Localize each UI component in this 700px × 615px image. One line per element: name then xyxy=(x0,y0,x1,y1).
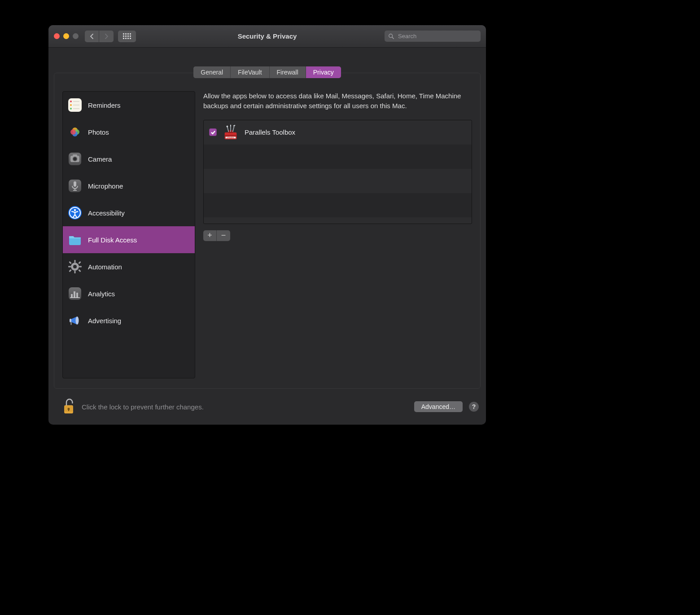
chevron-left-icon xyxy=(90,34,94,39)
add-app-button[interactable]: + xyxy=(203,230,217,241)
minimize-button[interactable] xyxy=(63,33,69,39)
content-panel: Reminders Photos Camera Microphone Acces… xyxy=(54,73,481,389)
app-row-empty xyxy=(204,217,472,224)
show-all-button[interactable] xyxy=(118,31,136,42)
lock-icon xyxy=(61,398,76,416)
sidebar-item-analytics[interactable]: Analytics xyxy=(63,280,195,307)
reminders-icon xyxy=(67,97,83,113)
sidebar-item-label: Camera xyxy=(88,155,112,163)
search-field[interactable] xyxy=(385,31,481,42)
back-button[interactable] xyxy=(85,31,99,42)
tab-privacy[interactable]: Privacy xyxy=(306,66,341,78)
tabs: General FileVault Firewall Privacy xyxy=(193,66,341,78)
app-row-empty xyxy=(204,193,472,217)
lock-message: Click the lock to prevent further change… xyxy=(82,403,204,411)
app-name: Parallels Toolbox xyxy=(245,128,295,136)
sidebar-item-camera[interactable]: Camera xyxy=(63,145,195,172)
titlebar: Security & Privacy xyxy=(48,25,486,48)
folder-icon xyxy=(67,232,83,247)
sidebar-item-label: Analytics xyxy=(88,290,115,298)
grid-icon xyxy=(123,33,131,39)
analytics-icon xyxy=(67,286,83,301)
automation-icon xyxy=(67,259,83,274)
chevron-right-icon xyxy=(104,34,109,39)
sidebar-item-label: Automation xyxy=(88,263,122,271)
camera-icon xyxy=(67,151,83,167)
sidebar-item-label: Microphone xyxy=(88,182,123,190)
accessibility-icon xyxy=(67,205,83,220)
tab-firewall[interactable]: Firewall xyxy=(270,66,306,78)
sidebar-item-label: Photos xyxy=(88,128,109,136)
nav-group xyxy=(85,31,114,42)
remove-app-button[interactable]: − xyxy=(217,230,230,241)
app-row[interactable]: Parallels Toolbox xyxy=(204,120,472,145)
description-text: Allow the apps below to access data like… xyxy=(203,91,472,111)
right-column: Allow the apps below to access data like… xyxy=(203,91,472,378)
tab-filevault[interactable]: FileVault xyxy=(231,66,269,78)
sidebar-item-label: Advertising xyxy=(88,317,121,325)
app-row-empty xyxy=(204,169,472,193)
search-icon xyxy=(388,33,394,40)
forward-button[interactable] xyxy=(99,31,114,42)
lock-button[interactable] xyxy=(60,397,77,417)
search-input[interactable] xyxy=(397,32,477,40)
app-row-empty xyxy=(204,145,472,169)
sidebar-item-accessibility[interactable]: Accessibility xyxy=(63,199,195,226)
footer: Click the lock to prevent further change… xyxy=(54,397,481,417)
sidebar-item-automation[interactable]: Automation xyxy=(63,253,195,280)
photos-icon xyxy=(67,124,83,140)
sidebar-item-label: Full Disk Access xyxy=(88,236,137,244)
sidebar-item-reminders[interactable]: Reminders xyxy=(63,92,195,119)
sidebar-item-label: Reminders xyxy=(88,101,121,109)
advanced-button[interactable]: Advanced… xyxy=(414,401,463,412)
apps-list[interactable]: Parallels Toolbox xyxy=(203,120,472,224)
toolbox-icon xyxy=(222,124,239,141)
advertising-icon xyxy=(67,313,83,328)
sidebar-item-microphone[interactable]: Microphone xyxy=(63,172,195,199)
close-button[interactable] xyxy=(54,33,60,39)
traffic-lights xyxy=(54,33,79,39)
tab-general[interactable]: General xyxy=(193,66,231,78)
preferences-window: Security & Privacy General FileVault Fir… xyxy=(48,25,486,425)
check-icon xyxy=(210,130,216,135)
sidebar-item-full-disk-access[interactable]: Full Disk Access xyxy=(63,226,195,253)
help-button[interactable]: ? xyxy=(469,402,479,412)
sidebar-item-advertising[interactable]: Advertising xyxy=(63,307,195,334)
sidebar-item-photos[interactable]: Photos xyxy=(63,119,195,145)
maximize-button[interactable] xyxy=(73,33,79,39)
app-checkbox[interactable] xyxy=(209,128,217,136)
privacy-sidebar[interactable]: Reminders Photos Camera Microphone Acces… xyxy=(62,91,195,378)
sidebar-item-label: Accessibility xyxy=(88,209,125,217)
microphone-icon xyxy=(67,178,83,193)
body: General FileVault Firewall Privacy Remin… xyxy=(48,48,486,425)
add-remove-group: + − xyxy=(203,230,472,241)
